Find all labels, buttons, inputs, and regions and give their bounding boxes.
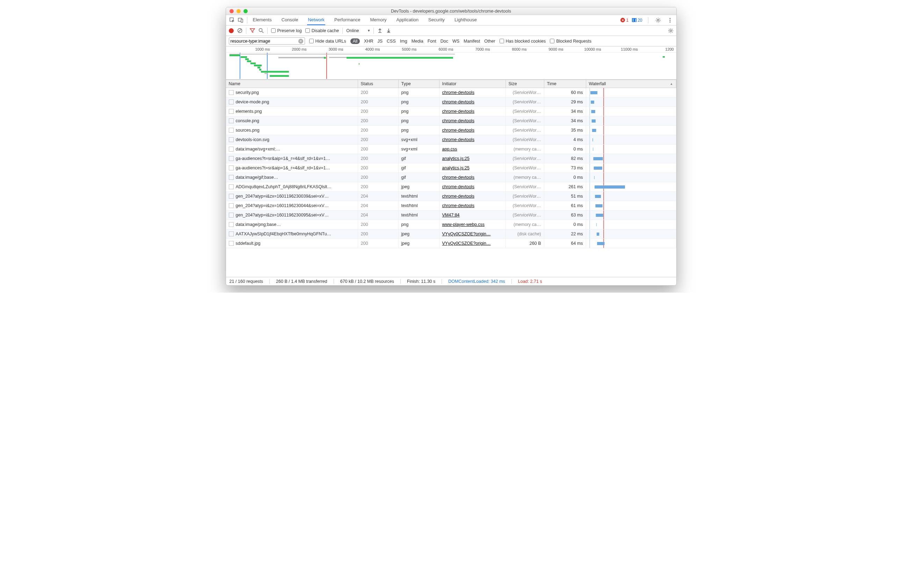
- table-row[interactable]: data:image/png;base…200pngwww-player-web…: [226, 220, 676, 230]
- tab-lighthouse[interactable]: Lighthouse: [454, 15, 478, 25]
- tab-elements[interactable]: Elements: [252, 15, 272, 25]
- upload-har-icon[interactable]: [377, 28, 382, 33]
- disable-cache-checkbox[interactable]: Disable cache: [305, 28, 339, 33]
- table-row[interactable]: gen_204?atyp=i&zx=1601196230044&sei=xV…2…: [226, 201, 676, 211]
- timeline-overview[interactable]: 1000 ms2000 ms3000 ms4000 ms5000 ms6000 …: [226, 47, 676, 80]
- svg-rect-19: [241, 56, 247, 58]
- tab-performance[interactable]: Performance: [334, 15, 361, 25]
- device-toolbar-icon[interactable]: [236, 16, 245, 25]
- table-row[interactable]: gen_204?atyp=i&zx=1601196230039&sei=xV…2…: [226, 192, 676, 201]
- hide-data-urls-checkbox[interactable]: Hide data URLs: [309, 39, 346, 44]
- table-row[interactable]: AATXAJywSIpD1jf4EbqHXTfbe0mnyHqGFNTu…200…: [226, 230, 676, 239]
- throttling-select[interactable]: Online: [346, 28, 370, 33]
- filter-type-all[interactable]: All: [351, 38, 360, 44]
- filter-type-media[interactable]: Media: [412, 39, 423, 44]
- col-waterfall[interactable]: Waterfall▲: [586, 80, 676, 88]
- table-row[interactable]: ga-audiences?t=sr&aip=1&_r=4&slf_rd=1&v=…: [226, 163, 676, 173]
- filter-input[interactable]: ✕: [229, 38, 305, 45]
- network-settings-icon[interactable]: [668, 28, 673, 33]
- file-icon: [229, 109, 234, 114]
- error-badge[interactable]: ✕1: [620, 18, 628, 23]
- col-size[interactable]: Size: [506, 80, 544, 88]
- table-row[interactable]: elements.png200pngchrome-devtools(Servic…: [226, 107, 676, 116]
- table-row[interactable]: gen_204?atyp=i&zx=1601196230095&sei=xV…2…: [226, 211, 676, 220]
- tab-network[interactable]: Network: [307, 15, 325, 25]
- tab-memory[interactable]: Memory: [370, 15, 387, 25]
- tab-application[interactable]: Application: [395, 15, 419, 25]
- col-time[interactable]: Time: [544, 80, 586, 88]
- svg-rect-28: [270, 75, 289, 77]
- table-row[interactable]: console.png200pngchrome-devtools(Service…: [226, 116, 676, 126]
- filter-type-manifest[interactable]: Manifest: [464, 39, 480, 44]
- filter-type-js[interactable]: JS: [377, 39, 383, 44]
- svg-rect-55: [593, 148, 593, 151]
- svg-rect-21: [247, 60, 251, 62]
- blocked-requests-checkbox[interactable]: Blocked Requests: [550, 39, 592, 44]
- svg-rect-61: [594, 167, 602, 170]
- svg-rect-22: [251, 63, 256, 64]
- filter-icon[interactable]: [250, 28, 255, 33]
- filter-type-xhr[interactable]: XHR: [364, 39, 373, 44]
- clear-icon[interactable]: [237, 28, 243, 33]
- svg-rect-33: [359, 63, 359, 64]
- table-row[interactable]: sources.png200pngchrome-devtools(Service…: [226, 126, 676, 135]
- table-row[interactable]: devtools-icon.svg200svg+xmlchrome-devtoo…: [226, 135, 676, 145]
- file-icon: [229, 194, 234, 199]
- file-icon: [229, 156, 234, 161]
- svg-rect-20: [245, 58, 249, 60]
- svg-rect-73: [595, 204, 602, 207]
- col-name[interactable]: Name: [226, 80, 358, 88]
- table-row[interactable]: device-mode.png200pngchrome-devtools(Ser…: [226, 97, 676, 107]
- filter-type-ws[interactable]: WS: [453, 39, 459, 44]
- status-bar: 21 / 160 requests 260 B / 1.4 MB transfe…: [226, 277, 676, 285]
- svg-rect-31: [329, 57, 346, 58]
- filter-type-other[interactable]: Other: [484, 39, 495, 44]
- table-row[interactable]: ga-audiences?t=sr&aip=1&_r=4&slf_rd=1&v=…: [226, 154, 676, 163]
- table-row[interactable]: security.png200pngchrome-devtools(Servic…: [226, 88, 676, 97]
- sort-asc-icon: ▲: [670, 82, 673, 86]
- svg-point-13: [670, 30, 672, 31]
- table-row[interactable]: data:image/svg+xml;…200svg+xmlapp.css(me…: [226, 145, 676, 154]
- record-button[interactable]: [229, 28, 234, 33]
- download-har-icon[interactable]: [386, 28, 391, 33]
- panel-tabs: ElementsConsoleNetworkPerformanceMemoryA…: [252, 15, 478, 25]
- col-status[interactable]: Status: [358, 80, 399, 88]
- table-row[interactable]: sddefault.jpg200jpegVYyQv0CSZOE?origin…2…: [226, 239, 676, 248]
- svg-rect-27: [265, 73, 268, 74]
- filter-type-img[interactable]: Img: [400, 39, 407, 44]
- col-initiator[interactable]: Initiator: [440, 80, 506, 88]
- svg-rect-17: [230, 54, 455, 55]
- search-icon[interactable]: [258, 28, 264, 33]
- table-row[interactable]: ADGmqu8qexLZuhphT_0Aj88Ng8riLFKASQlslt…2…: [226, 182, 676, 192]
- more-icon[interactable]: [666, 16, 674, 25]
- svg-rect-67: [595, 185, 625, 189]
- filter-type-font[interactable]: Font: [428, 39, 436, 44]
- settings-icon[interactable]: [654, 16, 662, 25]
- filter-type-css[interactable]: CSS: [387, 39, 396, 44]
- table-header[interactable]: Name Status Type Initiator Size Time Wat…: [226, 80, 676, 88]
- file-icon: [229, 203, 234, 208]
- file-icon: [229, 100, 234, 105]
- col-type[interactable]: Type: [399, 80, 440, 88]
- file-icon: [229, 231, 234, 236]
- table-row[interactable]: data:image/gif;base…200gifchrome-devtool…: [226, 173, 676, 182]
- clear-filter-icon[interactable]: ✕: [298, 39, 303, 44]
- svg-point-5: [669, 20, 670, 20]
- request-table[interactable]: security.png200pngchrome-devtools(Servic…: [226, 88, 676, 277]
- svg-rect-49: [592, 129, 596, 132]
- inspect-element-icon[interactable]: [228, 16, 236, 25]
- tab-console[interactable]: Console: [281, 15, 299, 25]
- file-icon: [229, 241, 234, 246]
- svg-rect-76: [596, 214, 603, 217]
- svg-rect-40: [591, 100, 594, 104]
- filter-type-doc[interactable]: Doc: [440, 39, 448, 44]
- has-blocked-cookies-checkbox[interactable]: Has blocked cookies: [500, 39, 546, 44]
- svg-rect-23: [254, 64, 262, 66]
- svg-rect-85: [597, 242, 604, 245]
- svg-rect-24: [257, 67, 260, 69]
- preserve-log-checkbox[interactable]: Preserve log: [271, 28, 302, 33]
- file-icon: [229, 175, 234, 180]
- tab-security[interactable]: Security: [428, 15, 445, 25]
- svg-rect-43: [591, 110, 595, 113]
- messages-badge[interactable]: ❙❙20: [632, 18, 642, 23]
